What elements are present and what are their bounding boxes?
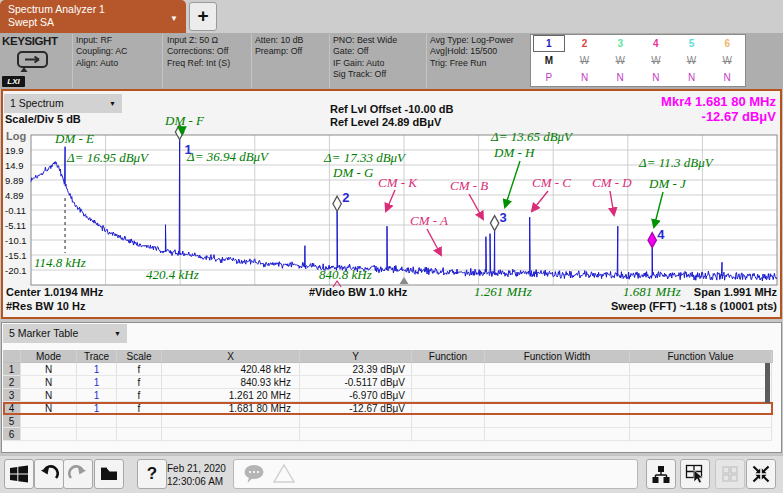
cell-y: -12.67 dBμV xyxy=(300,402,412,415)
window-selector-marker-table[interactable]: 5 Marker Table ▼ xyxy=(3,324,127,343)
cell-function_value xyxy=(630,415,772,428)
cell-num: 6 xyxy=(3,428,21,441)
cell-function_width xyxy=(485,389,630,402)
file-manager-button[interactable] xyxy=(94,459,124,489)
trace-display-state: N xyxy=(709,69,745,86)
marker-readout[interactable]: Mkr4 1.681 80 MHz -12.67 dBμV xyxy=(661,94,776,124)
collapse-fullscreen-button[interactable] xyxy=(746,459,776,489)
cell-y xyxy=(300,428,412,441)
trace-type-state: W xyxy=(709,52,745,69)
cell-function_value xyxy=(630,389,772,402)
column-header: X xyxy=(162,350,300,363)
marker-table: ModeTraceScaleXYFunctionFunction WidthFu… xyxy=(3,350,773,441)
help-button[interactable]: ? xyxy=(137,459,167,489)
cell-scale: f xyxy=(117,402,162,415)
trace-legend-table: 1MP2WN3WN4WN5WN6WN xyxy=(530,34,746,87)
cell-function_width xyxy=(485,428,630,441)
trace-type-state: M xyxy=(531,52,567,69)
cell-function_width xyxy=(485,415,630,428)
y-axis-label: 14.9 xyxy=(5,160,31,171)
setting-readout: Corrections: Off xyxy=(167,46,230,57)
trace-display-state: N xyxy=(602,69,638,86)
marker-table-row[interactable]: 3N1f1.261 20 MHz-6.970 dBμV xyxy=(3,389,773,402)
cell-scale xyxy=(117,415,162,428)
cell-trace: 1 xyxy=(77,376,117,389)
cell-x: 1.261 20 MHz xyxy=(162,389,300,402)
cell-x: 420.48 kHz xyxy=(162,363,300,376)
trace-number: 6 xyxy=(711,35,743,52)
trace-number: 4 xyxy=(640,35,672,52)
setting-readout: Freq Ref: Int (S) xyxy=(167,58,230,69)
marker-readout-amp: -12.67 dBμV xyxy=(661,109,776,124)
window-selector-label: 5 Marker Table xyxy=(9,327,78,339)
column-divider xyxy=(426,34,427,88)
setting-readout: Atten: 10 dB xyxy=(255,35,303,46)
marker-table-window: 5 Marker Table ▼ ModeTraceScaleXYFunctio… xyxy=(1,322,782,453)
trace-selector-6[interactable]: 6WN xyxy=(709,35,745,86)
spectrum-window: 1234DM - EΔ= 16.95 dBμV114.8 kHzDM - FΔ=… xyxy=(1,89,782,319)
cell-trace xyxy=(77,428,117,441)
measurement-tab[interactable]: Spectrum Analyzer 1 Swept SA ▼ xyxy=(0,0,186,33)
cell-function_width xyxy=(485,363,630,376)
windows-logo-icon xyxy=(9,464,29,484)
datetime-display[interactable]: Feb 21, 2020 12:30:06 AM xyxy=(167,462,226,488)
window-selector-spectrum[interactable]: 1 Spectrum ▼ xyxy=(4,94,122,113)
setting-readout: Trig: Free Run xyxy=(430,58,514,69)
trace-type-state: W xyxy=(602,52,638,69)
trace-number: 3 xyxy=(604,35,636,52)
marker-table-row[interactable]: 1N1f420.48 kHz23.39 dBμV xyxy=(3,363,773,376)
cell-function_value xyxy=(630,376,772,389)
add-tab-button[interactable]: + xyxy=(189,2,217,31)
trace-selector-4[interactable]: 4WN xyxy=(638,35,674,86)
cell-num: 2 xyxy=(3,376,21,389)
cell-function xyxy=(412,428,485,441)
y-axis-label: -5.11 xyxy=(5,220,31,231)
redo-icon xyxy=(68,464,88,484)
settings-column: Avg Type: Log-PowerAvg|Hold: 15/500Trig:… xyxy=(430,35,514,69)
question-mark-icon: ? xyxy=(147,464,157,484)
cell-y: -6.970 dBμV xyxy=(300,389,412,402)
lxi-badge: LXI xyxy=(2,76,25,87)
center-freq-readout: Center 1.0194 MHz xyxy=(6,286,103,298)
setting-readout: Avg|Hold: 15/500 xyxy=(430,46,514,57)
setting-readout: Input Z: 50 Ω xyxy=(167,35,230,46)
trace-selector-1[interactable]: 1MP xyxy=(531,35,567,86)
cell-mode: N xyxy=(21,389,77,402)
y-axis-label: -0.11 xyxy=(5,205,31,216)
trace-display-state: N xyxy=(567,69,603,86)
trace-selector-5[interactable]: 5WN xyxy=(674,35,710,86)
column-header xyxy=(3,350,21,363)
grid-windows-button[interactable] xyxy=(715,459,745,489)
undo-button[interactable] xyxy=(34,459,64,489)
trace-number: 1 xyxy=(533,35,565,52)
cell-scale: f xyxy=(117,389,162,402)
marker-table-row[interactable]: 4N1f1.681 80 MHz-12.67 dBμV xyxy=(3,402,773,415)
marker-table-row[interactable]: 6 xyxy=(3,428,773,441)
window-selector-label: 1 Spectrum xyxy=(10,97,64,109)
arrange-windows-button[interactable] xyxy=(646,459,676,489)
touch-select-window-button[interactable] xyxy=(680,459,710,489)
chat-bubble-icon[interactable] xyxy=(242,463,268,487)
y-axis-label: -15.1 xyxy=(5,250,31,261)
setting-readout: Gate: Off xyxy=(333,46,397,57)
cell-x: 840.93 kHz xyxy=(162,376,300,389)
brand-logo: KEYSIGHT xyxy=(2,35,66,47)
marker-table-row[interactable]: 5 xyxy=(3,415,773,428)
trace-selector-2[interactable]: 2WN xyxy=(567,35,603,86)
windows-start-button[interactable] xyxy=(4,459,34,489)
redo-button[interactable] xyxy=(63,459,93,489)
cell-num: 1 xyxy=(3,363,21,376)
folder-icon xyxy=(99,464,119,484)
cell-x xyxy=(162,415,300,428)
trace-type-state: W xyxy=(567,52,603,69)
message-panel xyxy=(233,459,638,489)
trace-number: 5 xyxy=(676,35,708,52)
cell-trace: 1 xyxy=(77,363,117,376)
trace-type-state: W xyxy=(674,52,710,69)
trace-selector-3[interactable]: 3WN xyxy=(602,35,638,86)
marker-table-scrollbar[interactable] xyxy=(765,363,770,403)
marker-table-row[interactable]: 2N1f840.93 kHz-0.5117 dBμV xyxy=(3,376,773,389)
sweep-readout: Sweep (FFT) ~1.18 s (10001 pts) xyxy=(611,300,777,312)
tab-bar: Spectrum Analyzer 1 Swept SA ▼ + xyxy=(0,0,783,33)
marker-table-header: ModeTraceScaleXYFunctionFunction WidthFu… xyxy=(3,350,773,363)
